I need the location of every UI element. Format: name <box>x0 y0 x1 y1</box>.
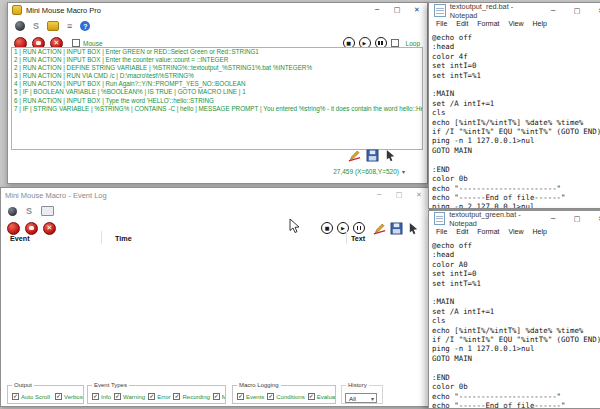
text-editor[interactable]: @echo off :head color 4f set intI=0 set … <box>432 33 600 209</box>
titlebar[interactable]: Mini Mouse Macro - Event Log ─ □ ✕ <box>1 188 429 202</box>
menu-item[interactable]: Help <box>533 228 547 237</box>
checkbox-checked[interactable]: ✓ <box>12 393 19 400</box>
maximize-button[interactable]: □ <box>565 3 589 18</box>
checkbox-label[interactable]: Info <box>101 394 111 400</box>
minimize-button[interactable]: ─ <box>541 3 565 18</box>
checkbox-label[interactable]: Warning <box>123 394 145 400</box>
column-header-time[interactable]: Time <box>102 231 347 244</box>
menu-item[interactable]: File <box>436 20 447 29</box>
macro-line[interactable]: 3 | RUN ACTION | RUN VIA CMD /c | D:\mac… <box>12 72 422 80</box>
event-log-body[interactable] <box>2 244 428 378</box>
save-macro-icon[interactable] <box>366 149 379 162</box>
macro-line[interactable]: 4 | RUN ACTION | INPUT BOX | Run Again?:… <box>12 80 422 88</box>
loop-checkbox[interactable] <box>391 39 399 47</box>
mouse-checkbox[interactable] <box>72 39 80 47</box>
mini-mouse-macro-pro-window: Mini Mouse Macro Pro ─ □ ✕ S ≡ ? ✕ Mouse… <box>7 2 428 184</box>
notepad-red-window: textoutput_red.bat - Notepad ─ □ ✕ FileE… <box>428 2 600 209</box>
mouse-checkbox-label[interactable]: Mouse <box>83 40 103 47</box>
display-icon[interactable] <box>41 206 54 216</box>
link-icon[interactable]: S <box>33 21 39 31</box>
macro-line[interactable]: 5 | IF | BOOLEAN VARIABLE | %BOOLEAN% | … <box>12 88 422 96</box>
app-logo-icon <box>12 5 22 15</box>
checkbox-checked[interactable]: ✓ <box>92 393 99 400</box>
checkbox-checked[interactable]: ✓ <box>308 393 315 400</box>
titlebar[interactable]: Mini Mouse Macro Pro ─ □ ✕ <box>8 3 427 17</box>
macro-line[interactable]: 2 | RUN ACTION | INPUT BOX | Enter the c… <box>12 56 422 64</box>
checkbox-checked[interactable]: ✓ <box>237 393 244 400</box>
minimize-button[interactable]: ─ <box>369 188 389 202</box>
maximize-button[interactable]: □ <box>387 3 407 17</box>
checkbox-checked[interactable]: ✓ <box>267 393 274 400</box>
link-icon[interactable]: S <box>26 206 32 216</box>
maximize-button[interactable]: □ <box>389 188 409 202</box>
titlebar[interactable]: textoutput_red.bat - Notepad ─ □ ✕ <box>429 3 600 18</box>
checkbox-label[interactable]: Macro <box>222 394 225 400</box>
history-group: History All ▾ <box>341 385 383 404</box>
select-caret-icon: ▾ <box>371 395 374 402</box>
pause-icon <box>378 41 382 46</box>
globe-icon[interactable] <box>8 207 17 216</box>
macro-logging-group: Macro Logging ✓ Events ✓ Conditions ✓ Ev… <box>232 385 336 404</box>
checkbox-label[interactable]: Error <box>157 394 170 400</box>
checkbox-checked[interactable]: ✓ <box>173 393 180 400</box>
event-log-header-row: Event Time Text <box>2 231 428 245</box>
stop-record-icon <box>36 41 41 45</box>
menu-item[interactable]: Edit <box>456 20 468 29</box>
close-button[interactable]: ✕ <box>407 3 427 17</box>
notepad-icon <box>434 212 445 225</box>
checkbox-label[interactable]: Verbose <box>64 394 83 400</box>
checkbox-checked[interactable]: ✓ <box>148 393 155 400</box>
checkbox-checked[interactable]: ✓ <box>213 393 220 400</box>
checkbox-label[interactable]: Evaluation <box>317 394 335 400</box>
checkbox-label[interactable]: Auto Scroll <box>21 394 50 400</box>
desktop: { "colors": {"green_text": "#17923d", "r… <box>0 0 600 409</box>
event-types-group-label: Event Types <box>92 382 129 389</box>
output-group-label: Output <box>12 382 34 389</box>
window-title: Mini Mouse Macro - Event Log <box>5 191 107 200</box>
window-title: textoutput_red.bat - Notepad <box>450 2 541 20</box>
menu-item[interactable]: Format <box>477 228 499 237</box>
macro-line[interactable]: 1 | RUN ACTION | INPUT BOX | Enter GREEN… <box>12 48 422 56</box>
titlebar[interactable]: textoutput_green.bat - Notepad ─ □ ✕ <box>429 211 600 226</box>
menu-bar: FileEditFormatViewHelp <box>429 226 600 239</box>
checkbox-label[interactable]: Events <box>246 394 264 400</box>
mouse-cursor <box>289 218 301 234</box>
history-select-value: All <box>349 395 356 402</box>
help-icon[interactable]: ? <box>80 21 90 31</box>
checkbox-label[interactable]: Recording <box>182 394 209 400</box>
edit-macro-icon[interactable] <box>348 149 361 162</box>
menu-bar: FileEditFormatViewHelp <box>429 18 600 31</box>
status-dropdown-icon[interactable]: ▾ <box>402 168 405 175</box>
loop-checkbox-label[interactable]: Loop <box>406 40 420 47</box>
close-button[interactable]: ✕ <box>589 211 600 226</box>
macro-line[interactable]: 7 | IF | STRING VARIABLE | %STRING% | CO… <box>12 105 422 113</box>
minimize-button[interactable]: ─ <box>541 211 565 226</box>
maximize-button[interactable]: □ <box>565 211 589 226</box>
menu-item[interactable]: File <box>436 228 447 237</box>
close-button[interactable]: ✕ <box>409 188 429 202</box>
cursor-icon[interactable] <box>384 149 397 162</box>
history-select[interactable]: All ▾ <box>345 393 377 403</box>
menu-item[interactable]: View <box>509 20 524 29</box>
notepad-icon <box>434 4 446 17</box>
globe-icon[interactable] <box>15 21 25 31</box>
menu-item[interactable]: View <box>509 228 524 237</box>
menu-item[interactable]: Format <box>477 20 499 29</box>
window-title: Mini Mouse Macro Pro <box>26 6 101 15</box>
macro-line[interactable]: 6 | RUN ACTION | INPUT BOX | Type the wo… <box>12 97 422 105</box>
menu-item[interactable]: Edit <box>456 228 468 237</box>
checkbox-label[interactable]: Conditions <box>276 394 304 400</box>
checkbox-checked[interactable]: ✓ <box>114 393 121 400</box>
column-header-text[interactable]: Text <box>347 231 428 244</box>
event-types-group: Event Types ✓ Info ✓ Warning ✓ Error ✓ R… <box>87 385 226 404</box>
list-icon[interactable]: ≡ <box>67 21 72 31</box>
close-button[interactable]: ✕ <box>589 3 600 18</box>
macro-logging-group-label: Macro Logging <box>237 382 281 389</box>
menu-item[interactable]: Help <box>533 20 547 29</box>
column-header-event[interactable]: Event <box>2 231 102 244</box>
checkbox-checked[interactable]: ✓ <box>55 393 62 400</box>
minimize-button[interactable]: ─ <box>367 3 387 17</box>
macro-key-icon[interactable] <box>47 21 59 31</box>
macro-line[interactable]: 2 | RUN ACTION | DEFINE STRING VARIABLE … <box>12 64 422 72</box>
text-editor[interactable]: @echo off :head color A0 set intI=0 set … <box>432 241 600 409</box>
